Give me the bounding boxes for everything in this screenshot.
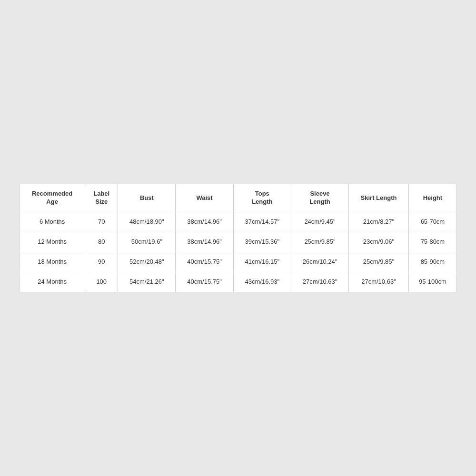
cell-bust: 54cm/21.26" — [118, 272, 176, 291]
table-row: 24 Months10054cm/21.26"40cm/15.75"43cm/1… — [20, 272, 456, 291]
cell-sleeve_length: 25cm/9.85" — [291, 232, 348, 252]
cell-bust: 52cm/20.48" — [118, 252, 176, 272]
header-bust: Bust — [118, 184, 176, 212]
cell-height: 85-90cm — [408, 252, 456, 272]
header-height: Height — [408, 184, 456, 212]
cell-sleeve_length: 26cm/10.24" — [291, 252, 348, 272]
header-label-size: LabelSize — [85, 184, 118, 212]
table-row: 6 Months7048cm/18.90"38cm/14.96"37cm/14.… — [20, 212, 456, 232]
cell-bust: 48cm/18.90" — [118, 212, 176, 232]
table-header-row: RecommededAge LabelSize Bust Waist TopsL… — [20, 184, 456, 212]
cell-skirt_length: 21cm/8.27" — [349, 212, 409, 232]
cell-tops_length: 43cm/16.93" — [233, 272, 291, 291]
cell-waist: 40cm/15.75" — [176, 252, 233, 272]
table-row: 18 Months9052cm/20.48"40cm/15.75"41cm/16… — [20, 252, 456, 272]
header-tops-length: TopsLength — [233, 184, 291, 212]
cell-height: 65-70cm — [408, 212, 456, 232]
cell-waist: 38cm/14.96" — [176, 212, 233, 232]
cell-age: 18 Months — [20, 252, 85, 272]
page-wrapper: RecommededAge LabelSize Bust Waist TopsL… — [0, 0, 476, 476]
cell-skirt_length: 23cm/9.06" — [349, 232, 409, 252]
cell-waist: 40cm/15.75" — [176, 272, 233, 291]
cell-label_size: 80 — [85, 232, 118, 252]
header-waist: Waist — [176, 184, 233, 212]
cell-sleeve_length: 27cm/10.63" — [291, 272, 348, 291]
cell-age: 6 Months — [20, 212, 85, 232]
header-age: RecommededAge — [20, 184, 85, 212]
cell-age: 12 Months — [20, 232, 85, 252]
cell-waist: 38cm/14.96" — [176, 232, 233, 252]
cell-tops_length: 41cm/16.15" — [233, 252, 291, 272]
cell-bust: 50cm/19.6" — [118, 232, 176, 252]
cell-skirt_length: 27cm/10.63" — [349, 272, 409, 291]
cell-age: 24 Months — [20, 272, 85, 291]
cell-label_size: 70 — [85, 212, 118, 232]
size-chart-container: RecommededAge LabelSize Bust Waist TopsL… — [19, 184, 457, 292]
cell-label_size: 90 — [85, 252, 118, 272]
cell-height: 95-100cm — [408, 272, 456, 291]
cell-height: 75-80cm — [408, 232, 456, 252]
cell-tops_length: 37cm/14.57" — [233, 212, 291, 232]
header-skirt-length: Skirt Length — [349, 184, 409, 212]
cell-label_size: 100 — [85, 272, 118, 291]
size-chart-table: RecommededAge LabelSize Bust Waist TopsL… — [20, 184, 456, 291]
cell-skirt_length: 25cm/9.85" — [349, 252, 409, 272]
header-sleeve-length: SleeveLength — [291, 184, 348, 212]
cell-sleeve_length: 24cm/9.45" — [291, 212, 348, 232]
cell-tops_length: 39cm/15.36" — [233, 232, 291, 252]
table-row: 12 Months8050cm/19.6"38cm/14.96"39cm/15.… — [20, 232, 456, 252]
